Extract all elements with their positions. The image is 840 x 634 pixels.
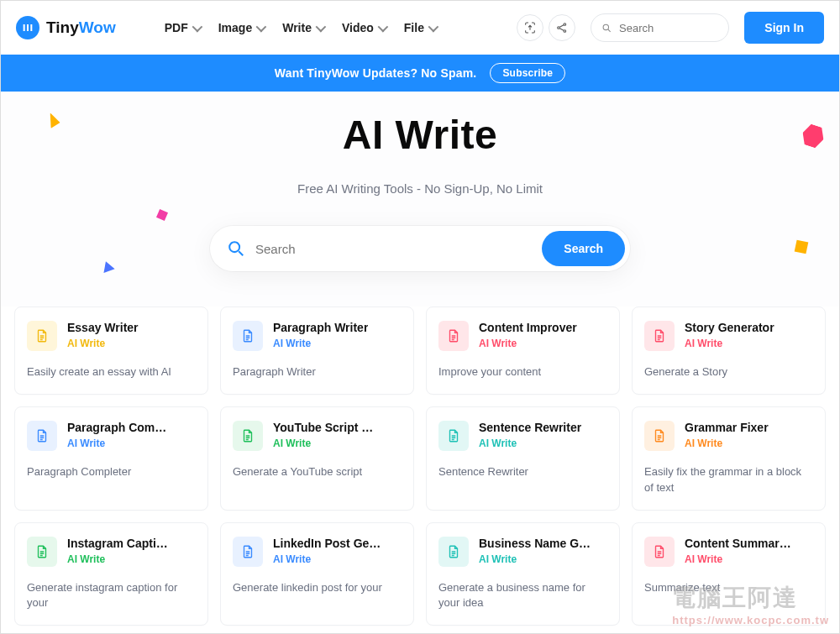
chevron-down-icon [256,21,267,32]
tool-card[interactable]: Content Improver AI Write Improve your c… [426,307,620,395]
card-description: Easily fix the grammar in a block of tex… [644,464,813,496]
card-header: Grammar Fixer AI Write [644,421,813,451]
brand-logo-text[interactable]: TinyWow [16,16,116,39]
nav-pdf[interactable]: PDF [165,21,200,34]
card-title: Sentence Rewriter [479,421,581,434]
document-icon [233,321,263,351]
chevron-down-icon [428,21,438,32]
card-category: AI Write [273,338,368,349]
chevron-down-icon [377,21,388,32]
tool-card[interactable]: Content Summar… AI Write Summarize text [632,522,826,626]
document-icon [27,321,57,351]
tool-card[interactable]: YouTube Script … AI Write Generate a You… [220,406,414,511]
hero-section: AI Write Free AI Writing Tools - No Sign… [1,92,839,307]
tool-card[interactable]: Business Name G… AI Write Generate a bus… [426,522,620,626]
tools-grid: Essay Writer AI Write Easily create an e… [1,307,839,634]
hero-search: Search [210,226,630,271]
document-icon [438,537,469,567]
hero-search-button[interactable]: Search [542,231,625,266]
card-description: Generate a Story [644,364,813,380]
tool-card[interactable]: Grammar Fixer AI Write Easily fix the gr… [632,406,826,511]
card-header: Paragraph Writer AI Write [233,321,402,351]
card-description: Paragraph Writer [233,364,402,380]
chevron-down-icon [315,21,326,32]
upload-icon-button[interactable] [517,14,543,41]
tool-card[interactable]: Instagram Capti… AI Write Generate insta… [14,522,208,626]
svg-point-2 [564,30,566,33]
confetti-shape [100,259,114,273]
card-title: YouTube Script … [273,421,373,434]
card-description: Generate linkedin post for your [233,580,402,596]
svg-point-0 [558,27,560,29]
card-title: Paragraph Writer [273,321,368,334]
header-search-input[interactable] [619,22,718,34]
search-icon [227,239,245,258]
card-category: AI Write [479,438,581,449]
sign-in-button[interactable]: Sign In [744,12,824,44]
card-title: Content Improver [479,321,577,334]
card-category: AI Write [685,438,769,449]
tool-card[interactable]: LinkedIn Post Ge… AI Write Generate link… [220,522,414,626]
card-title: Paragraph Com… [67,421,166,434]
card-description: Improve your content [438,364,607,380]
tool-card[interactable]: Paragraph Writer AI Write Paragraph Writ… [220,307,414,395]
search-icon [601,22,612,34]
document-icon [438,321,469,351]
card-title: Instagram Capti… [67,537,168,550]
confetti-shape [156,209,168,221]
document-icon [27,421,57,451]
svg-point-3 [603,24,608,29]
card-category: AI Write [273,553,381,565]
card-category: AI Write [479,338,577,349]
document-icon [233,537,263,567]
card-category: AI Write [685,553,791,565]
card-description: Generate a YouTube script [233,464,402,480]
brand-name-1: Tiny [46,18,79,36]
card-header: Sentence Rewriter AI Write [438,421,607,451]
card-header: Instagram Capti… AI Write [27,537,196,567]
card-title: Story Generator [685,321,774,334]
card-description: Sentence Rewriter [438,464,607,480]
card-header: Paragraph Com… AI Write [27,421,196,451]
subscribe-banner: Want TinyWow Updates? No Spam. Subscribe [1,55,839,92]
chevron-down-icon [192,21,202,32]
card-header: Content Improver AI Write [438,321,607,351]
card-title: Business Name G… [479,537,591,550]
card-category: AI Write [67,438,166,449]
nav-image-label: Image [218,21,252,34]
card-header: Story Generator AI Write [644,321,813,351]
card-category: AI Write [67,553,168,565]
card-description: Generate instagram caption for your [27,580,196,612]
document-icon [644,421,675,451]
nav-write[interactable]: Write [282,21,323,34]
nav-file[interactable]: File [404,21,436,34]
header-search[interactable] [591,13,729,42]
nav-file-label: File [404,21,424,34]
card-description: Generate a business name for your idea [438,580,607,612]
nav-image[interactable]: Image [218,21,264,34]
nav-pdf-label: PDF [165,21,188,34]
tool-card[interactable]: Sentence Rewriter AI Write Sentence Rewr… [426,406,620,511]
nav-video-label: Video [342,21,374,34]
nav-video[interactable]: Video [342,21,386,34]
share-icon-button[interactable] [549,14,575,41]
document-icon [233,421,263,451]
card-title: Essay Writer [67,321,139,334]
main-nav: PDF Image Write Video File [165,21,436,34]
tool-card[interactable]: Paragraph Com… AI Write Paragraph Comple… [14,406,208,511]
document-icon [438,421,469,451]
hero-search-input[interactable] [255,242,532,256]
card-description: Summarize text [644,580,813,596]
svg-point-4 [229,242,239,252]
tool-card[interactable]: Essay Writer AI Write Easily create an e… [14,307,208,395]
card-category: AI Write [67,338,139,349]
brand-name-2: Wow [79,18,116,36]
card-title: Grammar Fixer [685,421,769,434]
header-icon-buttons [517,14,575,41]
top-bar: TinyWow PDF Image Write Video File Sign … [1,1,839,55]
card-title: Content Summar… [685,537,791,550]
subscribe-button[interactable]: Subscribe [490,63,565,83]
card-header: Essay Writer AI Write [27,321,196,351]
tool-card[interactable]: Story Generator AI Write Generate a Stor… [632,307,826,395]
card-category: AI Write [479,553,591,565]
